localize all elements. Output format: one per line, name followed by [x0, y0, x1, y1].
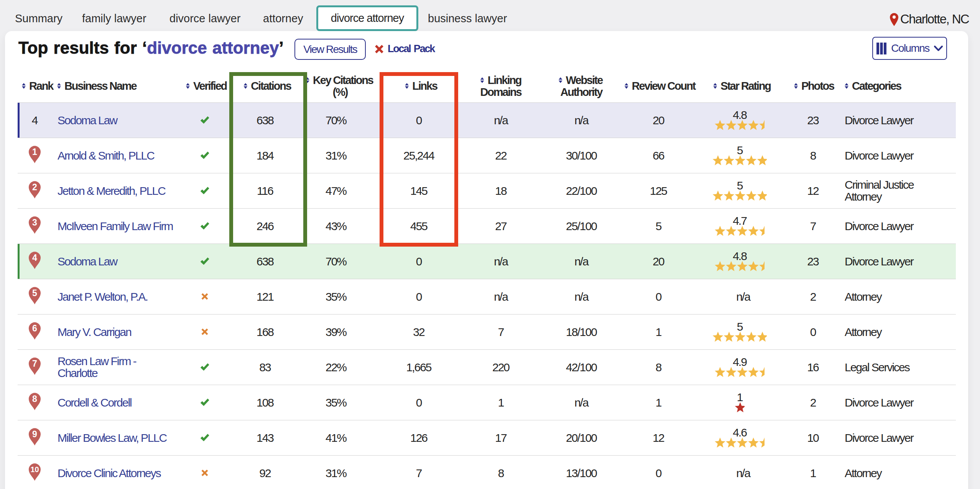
svg-text:1: 1: [32, 147, 37, 157]
svg-text:2: 2: [32, 182, 37, 192]
svg-text:4: 4: [32, 253, 37, 263]
svg-text:5: 5: [32, 288, 37, 298]
svg-text:8: 8: [32, 394, 37, 404]
svg-text:10: 10: [30, 465, 39, 474]
svg-text:9: 9: [32, 429, 37, 439]
svg-text:7: 7: [32, 359, 37, 369]
svg-text:6: 6: [32, 323, 37, 333]
svg-text:3: 3: [32, 217, 37, 227]
